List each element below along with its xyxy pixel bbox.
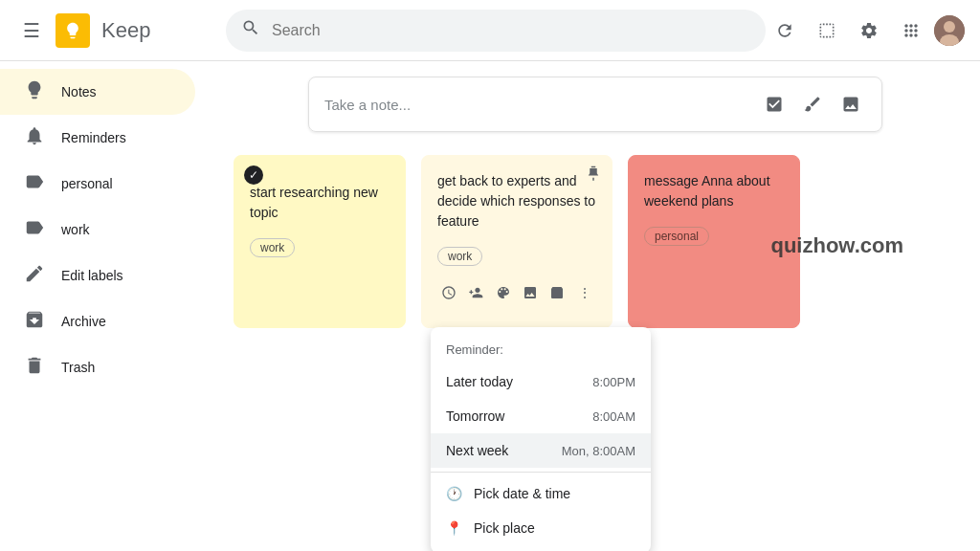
note-tag-2[interactable]: work (437, 247, 482, 266)
sidebar-item-personal[interactable]: personal (0, 161, 195, 207)
lightbulb-icon (23, 79, 46, 105)
app-logo (56, 13, 90, 48)
reminder-pick-place[interactable]: 📍 Pick place (431, 511, 651, 545)
note-card-2[interactable]: get back to experts and decide which res… (421, 155, 612, 328)
reminder-time-next-week: Mon, 8:00AM (562, 444, 635, 458)
sidebar-item-work[interactable]: work (0, 207, 195, 253)
sidebar-archive-label: Archive (61, 314, 106, 329)
reminder-header: Reminder: (431, 335, 651, 364)
note-tag-1[interactable]: work (250, 238, 295, 257)
sidebar-item-notes[interactable]: Notes (0, 69, 195, 115)
note-text-2: get back to experts and decide which res… (437, 171, 596, 231)
color-tool[interactable] (492, 277, 515, 308)
clock-icon: 🕐 (446, 486, 462, 501)
note-text-1: start researching new topic (250, 183, 390, 223)
search-bar[interactable] (226, 10, 766, 52)
collab-tool[interactable] (464, 277, 487, 308)
archive-icon (23, 309, 46, 335)
sidebar-item-trash[interactable]: Trash (0, 344, 195, 390)
search-input[interactable] (272, 22, 750, 39)
reminder-item-tomorrow[interactable]: Tomorrow 8:00AM (431, 399, 651, 433)
sidebar-trash-label: Trash (61, 360, 95, 375)
watermark: quizhow.com (770, 233, 903, 258)
sidebar-item-archive[interactable]: Archive (0, 298, 195, 344)
reminder-time-tomorrow: 8:00AM (592, 409, 635, 424)
location-icon: 📍 (446, 520, 462, 536)
label-icon-work (23, 217, 46, 243)
note-tag-3[interactable]: personal (644, 227, 709, 246)
take-note-icons (759, 89, 866, 120)
bell-icon (23, 125, 46, 151)
reminder-item-next-week[interactable]: Next week Mon, 8:00AM (431, 433, 651, 468)
menu-icon[interactable]: ☰ (15, 11, 48, 50)
refresh-button[interactable] (766, 11, 804, 50)
svg-point-1 (944, 21, 955, 33)
main-content: Take a note... ✓ start researching new t… (211, 61, 980, 551)
trash-icon (23, 355, 46, 381)
note-2-container: get back to experts and decide which res… (421, 155, 612, 328)
note-toolbar: ⋮ (437, 274, 596, 312)
remind-tool[interactable] (437, 277, 460, 308)
reminder-item-later-today[interactable]: Later today 8:00PM (431, 364, 651, 399)
reminder-label-later: Later today (446, 374, 513, 389)
edit-icon (23, 263, 46, 289)
reminder-label-tomorrow: Tomorrow (446, 408, 504, 424)
sidebar-notes-label: Notes (61, 84, 97, 99)
reminder-label-next-week: Next week (446, 443, 508, 458)
sidebar-reminders-label: Reminders (61, 130, 126, 145)
image-tool[interactable] (519, 277, 542, 308)
sidebar-personal-label: personal (61, 176, 113, 191)
draw-icon[interactable] (797, 89, 828, 120)
take-note-bar[interactable]: Take a note... (308, 77, 882, 132)
avatar[interactable] (934, 15, 965, 46)
pick-date-label: Pick date & time (474, 486, 570, 501)
image-icon[interactable] (835, 89, 866, 120)
reminder-popup: Reminder: Later today 8:00PM Tomorrow 8:… (431, 327, 651, 551)
layout-button[interactable] (808, 11, 846, 50)
header-right (766, 11, 965, 50)
sidebar-item-reminders[interactable]: Reminders (0, 115, 195, 161)
note-card-1[interactable]: ✓ start researching new topic work (234, 155, 406, 328)
header: ☰ Keep (0, 0, 980, 61)
archive-tool[interactable] (546, 277, 568, 308)
sidebar-item-edit-labels[interactable]: Edit labels (0, 253, 195, 298)
note-text-3: message Anna about weekend plans (644, 171, 784, 211)
label-icon-personal (23, 171, 46, 197)
search-icon (241, 18, 260, 42)
settings-button[interactable] (850, 11, 888, 50)
sidebar: Notes Reminders personal work Edit label… (0, 61, 211, 551)
reminder-pick-date[interactable]: 🕐 Pick date & time (431, 476, 651, 511)
note-pin[interactable] (585, 165, 602, 187)
sidebar-work-label: work (61, 222, 90, 237)
header-left: ☰ Keep (15, 11, 226, 50)
sidebar-edit-labels-label: Edit labels (61, 268, 123, 283)
checkbox-icon[interactable] (759, 89, 790, 120)
reminder-time-later: 8:00PM (592, 375, 635, 389)
pick-place-label: Pick place (474, 520, 535, 536)
reminder-divider (431, 472, 651, 473)
apps-button[interactable] (892, 11, 930, 50)
more-tool[interactable]: ⋮ (573, 277, 596, 308)
take-note-placeholder: Take a note... (324, 97, 411, 113)
app-title: Keep (101, 18, 150, 43)
note-checkmark: ✓ (244, 165, 263, 185)
layout: Notes Reminders personal work Edit label… (0, 61, 980, 551)
